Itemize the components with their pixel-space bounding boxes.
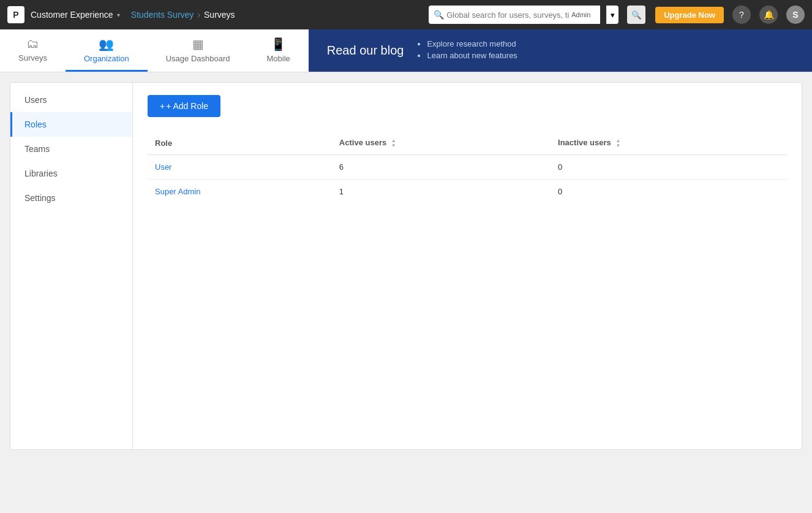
- active-users-superadmin: 1: [332, 179, 551, 203]
- blog-banner-list: Explore research method Learn about new …: [416, 39, 517, 63]
- sidebar-item-roles[interactable]: Roles: [10, 112, 132, 137]
- role-link-superadmin[interactable]: Super Admin: [155, 187, 200, 196]
- sidebar-item-teams[interactable]: Teams: [10, 137, 132, 161]
- tab-surveys[interactable]: 🗂 Surveys: [0, 29, 66, 72]
- breadcrumb-separator: ›: [197, 10, 200, 20]
- plus-icon: +: [160, 101, 165, 111]
- chevron-down-icon: ▾: [117, 12, 120, 18]
- tab-mobile-label: Mobile: [266, 54, 290, 63]
- tab-mobile[interactable]: 📱 Mobile: [248, 29, 308, 72]
- inactive-users-user: 0: [551, 154, 787, 179]
- tabs-bar: 🗂 Surveys 👥 Organization ▦ Usage Dashboa…: [0, 29, 812, 72]
- blog-bullet-1: Explore research method: [427, 39, 517, 48]
- app-title[interactable]: Customer Experience ▾: [31, 10, 120, 20]
- blog-banner[interactable]: Read our blog Explore research method Le…: [309, 29, 812, 72]
- inactive-users-superadmin: 0: [551, 179, 787, 203]
- active-users-user: 6: [332, 154, 551, 179]
- sidebar-item-settings[interactable]: Settings: [10, 186, 132, 210]
- tab-usage-dashboard-label: Usage Dashboard: [166, 54, 230, 63]
- sort-arrows-active: ▲▼: [391, 139, 396, 148]
- help-button[interactable]: ?: [732, 6, 751, 24]
- table-row: User 6 0: [148, 154, 787, 179]
- table-row: Super Admin 1 0: [148, 179, 787, 203]
- breadcrumb-parent[interactable]: Students Survey: [131, 10, 194, 20]
- roles-table: Role Active users ▲▼ Inactive users ▲▼ U…: [148, 132, 787, 203]
- usage-dashboard-icon: ▦: [192, 37, 204, 51]
- top-navigation: P Customer Experience ▾ Students Survey …: [0, 0, 812, 29]
- search-magnify-button[interactable]: 🔍: [627, 6, 645, 24]
- col-active-users[interactable]: Active users ▲▼: [332, 132, 551, 154]
- search-bar: 🔍 Admin: [429, 6, 600, 24]
- brand-logo[interactable]: P: [7, 6, 24, 23]
- organization-icon: 👥: [99, 37, 114, 51]
- tab-organization-label: Organization: [84, 54, 129, 63]
- search-icon: 🔍: [434, 10, 444, 20]
- search-dropdown-button[interactable]: ▾: [606, 6, 618, 24]
- admin-badge: Admin: [571, 11, 590, 18]
- add-role-button[interactable]: + + Add Role: [148, 95, 220, 117]
- sidebar-item-users[interactable]: Users: [10, 88, 132, 112]
- breadcrumb: Students Survey › Surveys: [131, 10, 235, 20]
- search-input[interactable]: [446, 10, 569, 20]
- col-inactive-users[interactable]: Inactive users ▲▼: [551, 132, 787, 154]
- breadcrumb-current: Surveys: [204, 10, 235, 20]
- sort-arrows-inactive: ▲▼: [615, 139, 620, 148]
- avatar[interactable]: S: [786, 6, 805, 24]
- surveys-icon: 🗂: [26, 37, 39, 51]
- tab-usage-dashboard[interactable]: ▦ Usage Dashboard: [148, 29, 249, 72]
- blog-banner-title: Read our blog: [327, 44, 404, 58]
- col-role: Role: [148, 132, 332, 154]
- content-wrapper: Users Roles Teams Libraries Settings + +…: [10, 82, 802, 450]
- tab-organization[interactable]: 👥 Organization: [66, 29, 148, 72]
- add-role-label: + Add Role: [166, 101, 208, 111]
- role-link-user[interactable]: User: [155, 162, 171, 172]
- main-content: + + Add Role Role Active users ▲▼ Inacti…: [133, 83, 802, 449]
- tab-surveys-label: Surveys: [18, 53, 47, 63]
- mobile-icon: 📱: [271, 37, 286, 51]
- blog-bullet-2: Learn about new features: [427, 51, 517, 60]
- sidebar: Users Roles Teams Libraries Settings: [10, 83, 133, 449]
- notifications-button[interactable]: 🔔: [759, 6, 778, 24]
- upgrade-now-button[interactable]: Upgrade Now: [655, 7, 724, 23]
- sidebar-item-libraries[interactable]: Libraries: [10, 161, 132, 186]
